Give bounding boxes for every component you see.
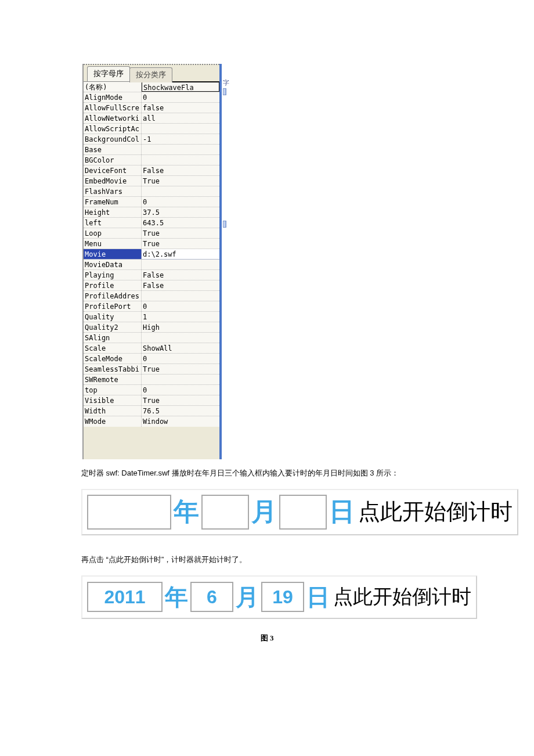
month-input[interactable] [201,495,249,530]
property-row[interactable]: top0 [84,385,219,395]
tab-categorized[interactable]: 按分类序 [129,67,172,82]
property-name: Scale [84,343,142,353]
property-grid: (名称)ShockwaveFlaAlignMode0AllowFullScref… [84,81,219,427]
property-row[interactable]: Quality1 [84,312,219,322]
property-name: Playing [84,270,142,280]
property-value[interactable] [142,260,219,269]
property-row[interactable]: ScaleMode0 [84,354,219,364]
tab-alphabetical[interactable]: 按字母序 [87,66,130,81]
property-value[interactable]: False [142,165,219,175]
property-value[interactable]: False [142,280,219,290]
property-name: Base [84,145,142,154]
property-name: ScaleMode [84,354,142,363]
date-timer-filled: 2011 年 6 月 19 日 点此开始倒计时 [81,575,477,619]
property-name: Profile [84,280,142,290]
property-row[interactable]: ProfileAddres [84,291,219,301]
property-value[interactable]: 76.5 [142,406,219,416]
year-input[interactable] [87,495,171,530]
day-input[interactable]: 19 [261,582,304,612]
property-row[interactable]: SAlign [84,333,219,343]
property-row[interactable]: Width76.5 [84,406,219,416]
property-value[interactable]: True [142,176,219,186]
property-value[interactable] [142,145,219,154]
property-value[interactable]: -1 [142,134,219,144]
tab-strip: 按字母序 按分类序 [84,64,219,81]
right-gutter: 字 [223,64,228,459]
property-name: left [84,218,142,228]
property-row[interactable]: AllowScriptAc [84,124,219,134]
property-value[interactable] [142,333,219,343]
property-name: MovieData [84,260,142,269]
start-countdown-link[interactable]: 点此开始倒计时 [357,497,513,527]
start-countdown-link[interactable]: 点此开始倒计时 [332,584,471,610]
day-input[interactable] [279,495,327,530]
property-value[interactable]: false [142,103,219,113]
property-row[interactable]: Height37.5 [84,207,219,218]
month-input[interactable]: 6 [190,582,233,612]
property-value[interactable]: 0 [142,197,219,207]
property-value[interactable]: True [142,228,219,238]
property-value[interactable]: High [142,322,219,332]
property-row[interactable]: ProfilePort0 [84,301,219,312]
property-value[interactable]: 1 [142,312,219,322]
property-value[interactable]: all [142,113,219,123]
property-row[interactable]: BGColor [84,155,219,165]
property-value[interactable]: 643.5 [142,218,219,228]
paragraph-instruction-1: 定时器 swf: DateTimer.swf 播放时在年月日三个输入框内输入要计… [81,467,453,480]
property-row[interactable]: ScaleShowAll [84,343,219,354]
property-value[interactable]: 0 [142,385,219,395]
property-value[interactable]: 0 [142,301,219,311]
property-value[interactable]: True [142,239,219,249]
property-row[interactable]: ProfileFalse [84,280,219,291]
property-value[interactable]: d:\2.swf [142,249,219,259]
property-row[interactable]: MenuTrue [84,239,219,249]
property-row[interactable]: BackgroundCol-1 [84,134,219,145]
property-name: FlashVars [84,186,142,196]
property-row[interactable]: PlayingFalse [84,270,219,280]
property-row[interactable]: FrameNum0 [84,197,219,207]
property-name: Movie [84,249,142,259]
property-value[interactable]: 0 [142,92,219,102]
property-row[interactable]: Base [84,145,219,155]
property-row[interactable]: AlignMode0 [84,92,219,103]
property-value[interactable] [142,186,219,196]
property-grid-footer [84,427,219,459]
property-row[interactable]: EmbedMovieTrue [84,176,219,186]
property-row[interactable]: Quality2High [84,322,219,333]
year-input[interactable]: 2011 [87,582,163,612]
property-name: WMode [84,416,142,427]
property-value[interactable]: 0 [142,354,219,363]
property-row[interactable]: WModeWindow [84,416,219,427]
property-row[interactable]: AllowNetworkiall [84,113,219,124]
property-row[interactable]: DeviceFontFalse [84,165,219,176]
property-value[interactable]: False [142,270,219,280]
property-row[interactable]: VisibleTrue [84,395,219,406]
property-value[interactable]: True [142,395,219,405]
property-value[interactable]: Window [142,416,219,427]
property-value[interactable] [142,375,219,384]
month-label: 月 [249,495,279,529]
property-value[interactable]: ShowAll [142,343,219,353]
property-row[interactable]: FlashVars [84,186,219,197]
property-name: SeamlessTabbi [84,364,142,374]
property-row[interactable]: left643.5 [84,218,219,228]
property-value[interactable]: ShockwaveFla [142,81,219,92]
property-row[interactable]: SWRemote [84,375,219,385]
property-row[interactable]: (名称)ShockwaveFla [84,82,219,92]
property-value[interactable] [142,155,219,165]
property-name: DeviceFont [84,165,142,175]
property-row[interactable]: AllowFullScrefalse [84,103,219,113]
month-label: 月 [233,581,261,613]
property-row[interactable]: LoopTrue [84,228,219,239]
property-name: (名称) [84,82,142,92]
property-name: top [84,385,142,395]
property-value[interactable]: True [142,364,219,374]
property-row[interactable]: MovieData [84,260,219,270]
property-name: ProfileAddres [84,291,142,301]
property-value[interactable]: 37.5 [142,207,219,217]
date-timer-empty: 年 月 日 点此开始倒计时 [81,489,518,535]
property-row[interactable]: SeamlessTabbiTrue [84,364,219,375]
property-row[interactable]: Movied:\2.swf [84,249,219,260]
property-value[interactable] [142,124,219,134]
property-value[interactable] [142,291,219,301]
